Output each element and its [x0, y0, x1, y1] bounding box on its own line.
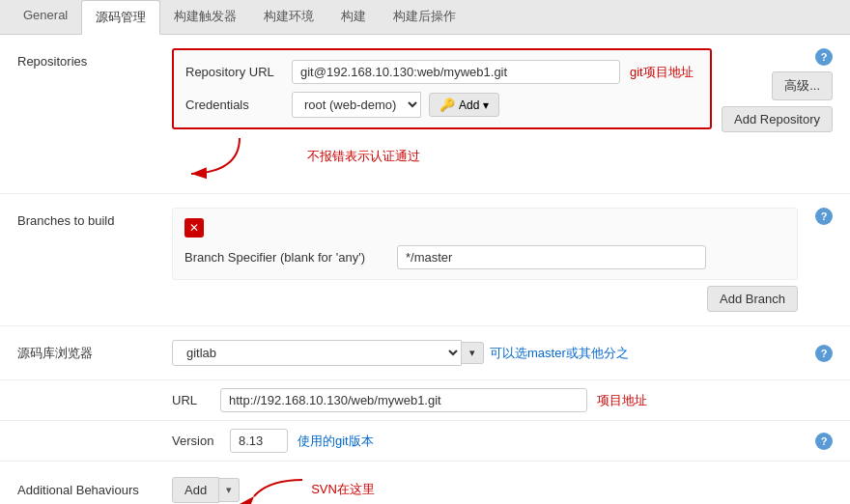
branches-right: ? [808, 208, 833, 225]
branches-content: ✕ Branch Specifier (blank for 'any') Add… [172, 208, 833, 312]
tab-build-trigger[interactable]: 构建触发器 [160, 0, 250, 35]
branches-help-icon[interactable]: ? [815, 208, 833, 225]
advanced-button[interactable]: 高级... [772, 71, 833, 100]
version-inner-label: Version [172, 434, 230, 448]
source-browser-select-wrap: gitlab ▾ 可以选master或其他分之 [172, 340, 808, 366]
repositories-section: Repositories Repository URL git项目地址 Cred… [0, 35, 850, 194]
branch-specifier-label: Branch Specifier (blank for 'any') [184, 250, 397, 265]
svn-annotation-text: SVN在这里 [311, 481, 375, 498]
branch-header: ✕ [184, 218, 785, 238]
add-dropdown: Add ▾ [172, 477, 240, 503]
main-content: Repositories Repository URL git项目地址 Cred… [0, 35, 850, 504]
branch-box: ✕ Branch Specifier (blank for 'any') [172, 208, 798, 280]
tab-build[interactable]: 构建 [327, 0, 380, 35]
repositories-right: ? 高级... Add Repository [722, 48, 833, 132]
additional-add-button[interactable]: Add [172, 477, 219, 503]
credentials-control: root (web-demo) 🔑 Add ▾ [292, 92, 499, 118]
additional-section: Additional Behaviours Add ▾ SVN在这里 [0, 462, 850, 504]
add-caret-icon: ▾ [483, 98, 489, 112]
source-browser-help-icon[interactable]: ? [815, 345, 833, 362]
credentials-label: Credentials [185, 98, 292, 112]
svn-annotation-wrap: SVN在这里 [249, 475, 375, 504]
tab-source-management[interactable]: 源码管理 [81, 0, 160, 35]
credentials-add-button[interactable]: 🔑 Add ▾ [429, 93, 499, 117]
repo-url-input[interactable] [292, 60, 620, 84]
repositories-main: Repository URL git项目地址 Credentials root … [172, 48, 712, 180]
arrow-svg [172, 133, 249, 180]
add-branch-button[interactable]: Add Branch [707, 286, 798, 312]
key-icon: 🔑 [439, 98, 455, 112]
repo-url-hint: git项目地址 [630, 64, 694, 81]
source-browser-label: 源码库浏览器 [17, 345, 172, 362]
tab-bar: General 源码管理 构建触发器 构建环境 构建 构建后操作 [0, 0, 850, 35]
repositories-content: Repository URL git项目地址 Credentials root … [172, 48, 833, 180]
svn-arrow-svg [249, 475, 307, 504]
credentials-add-label: Add [459, 98, 479, 112]
additional-add-caret-button[interactable]: ▾ [219, 478, 240, 502]
add-branch-wrap: Add Branch [172, 286, 798, 312]
repo-url-row: Repository URL git项目地址 [185, 60, 698, 84]
tab-general[interactable]: General [10, 0, 81, 35]
url-section: URL 项目地址 ? [0, 380, 850, 421]
branches-label: Branches to build [17, 208, 172, 228]
add-repository-button[interactable]: Add Repository [722, 106, 833, 132]
additional-label: Additional Behaviours [17, 483, 172, 497]
source-url-input[interactable] [220, 388, 587, 412]
repo-box: Repository URL git项目地址 Credentials root … [172, 48, 712, 129]
version-help-icon[interactable]: ? [815, 433, 833, 450]
branches-section: Branches to build ✕ Branch Specifier (bl… [0, 194, 850, 326]
source-browser-select[interactable]: gitlab [172, 340, 462, 366]
source-browser-hint: 可以选master或其他分之 [490, 345, 629, 362]
source-url-hint: 项目地址 [597, 392, 647, 409]
source-browser-section: 源码库浏览器 gitlab ▾ 可以选master或其他分之 ? [0, 326, 850, 380]
not-error-hint: 不报错表示认证通过 [307, 148, 420, 165]
branch-remove-button[interactable]: ✕ [184, 218, 204, 238]
branch-specifier-input[interactable] [397, 245, 706, 269]
url-inner-label: URL [172, 393, 220, 407]
version-input[interactable] [230, 429, 288, 453]
repo-url-label: Repository URL [185, 65, 292, 79]
repositories-help-icon[interactable]: ? [815, 48, 833, 66]
source-select-arrow-icon[interactable]: ▾ [462, 342, 484, 364]
branch-field-row: Branch Specifier (blank for 'any') [184, 245, 785, 269]
version-section: Version 使用的git版本 ? [0, 421, 850, 462]
credentials-annotation: 不报错表示认证通过 [172, 133, 712, 180]
url-value-wrap: 项目地址 [220, 388, 808, 412]
branches-main: ✕ Branch Specifier (blank for 'any') Add… [172, 208, 798, 312]
tab-build-env[interactable]: 构建环境 [250, 0, 327, 35]
credentials-select[interactable]: root (web-demo) [292, 92, 421, 118]
version-hint: 使用的git版本 [298, 433, 374, 450]
tab-post-build[interactable]: 构建后操作 [380, 0, 469, 35]
repositories-label: Repositories [17, 48, 172, 69]
credentials-row: Credentials root (web-demo) 🔑 Add ▾ [185, 92, 698, 118]
